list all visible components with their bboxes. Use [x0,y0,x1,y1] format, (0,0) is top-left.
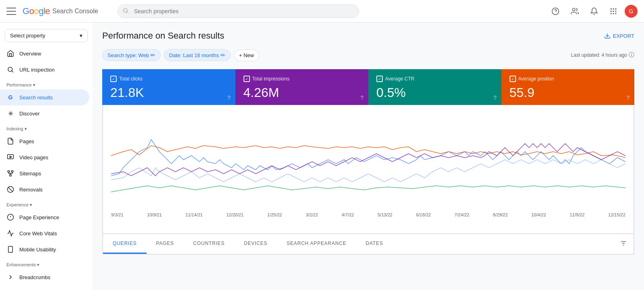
metric-help-icon[interactable]: ? [227,95,231,101]
svg-point-5 [611,8,612,9]
home-icon [6,49,14,58]
metric-card-total-impressions[interactable]: Total impressions 4.26M ? [235,69,369,105]
sidebar-item-core-web-vitals[interactable]: Core Web Vitals [0,225,89,241]
svg-point-7 [615,8,616,9]
sidebar-item-video-pages[interactable]: Video pages [0,149,89,165]
property-selector[interactable]: Select property ▾ [5,29,88,42]
metric-help-icon[interactable]: ? [626,95,630,101]
chevron-down-icon: ▾ [80,33,83,39]
x-axis-labels: 9/3/21 10/9/21 11/14/21 12/20/21 1/25/22… [111,211,625,217]
main-content: Performance on Search results EXPORT Sea… [93,23,644,290]
top-header: Google Search Console [0,0,644,23]
metric-label: Total impressions [244,76,361,82]
metric-label: Average position [510,76,627,82]
pages-icon [6,137,14,145]
svg-point-0 [124,8,127,12]
sidebar-item-breadcrumbs[interactable]: Breadcrumbs [0,269,89,285]
sidebar-item-label: Overview [19,51,41,57]
svg-rect-20 [10,175,12,176]
performance-chart: i [111,111,625,208]
export-button[interactable]: EXPORT [604,33,634,39]
sidebar-item-label: Sitemaps [19,171,41,177]
filter-bar: Search type: Web ✏ Date: Last 16 months … [102,49,634,61]
metric-help-icon[interactable]: ? [493,95,497,101]
search-input[interactable] [118,4,359,18]
accounts-icon[interactable] [567,3,583,19]
sidebar-item-pages[interactable]: Pages [0,133,89,149]
avatar[interactable]: G [625,5,638,18]
svg-point-12 [613,13,614,14]
sidebar-item-label: Pages [19,138,34,144]
metric-value: 0.5% [376,85,493,100]
enhancements-section-label: Enhancements ▾ [0,257,93,269]
tab-devices[interactable]: DEVICES [234,234,277,254]
edit-icon: ✏ [151,52,155,58]
metric-checkbox [110,76,117,82]
svg-rect-18 [8,171,10,172]
tab-pages[interactable]: PAGES [147,234,184,254]
sidebar-item-label: Core Web Vitals [19,230,57,237]
sitemaps-icon [6,169,14,177]
svg-point-14 [8,67,12,72]
sidebar-item-overview[interactable]: Overview [0,45,89,62]
metric-card-average-position[interactable]: Average position 55.9 ? [502,69,635,105]
chart-wrapper: i 9/3/21 10/9/21 11/14/21 12/20/21 1/25/… [102,105,634,255]
svg-point-13 [615,13,616,14]
sidebar-item-label: Video pages [19,154,48,160]
menu-icon[interactable] [6,6,16,16]
page-title: Performance on Search results [102,31,224,41]
notifications-icon[interactable] [586,3,602,19]
sidebar-item-removals[interactable]: Removals [0,181,89,197]
sidebar-item-search-results[interactable]: G Search results [0,89,89,105]
chart-container[interactable]: i 9/3/21 10/9/21 11/14/21 12/20/21 1/25/… [103,105,634,234]
tabs-container: QUERIES PAGES COUNTRIES DEVICES SEARCH A… [103,234,634,254]
sidebar-item-mobile-usability[interactable]: Mobile Usability [0,241,89,257]
metric-card-total-clicks[interactable]: Total clicks 21.8K ? [102,69,235,105]
removals-icon [6,185,14,193]
last-updated: Last updated: 4 hours ago ⓘ [571,51,634,59]
sidebar-item-url-inspection[interactable]: URL inspection [0,62,89,78]
sidebar: Select property ▾ Overview URL inspectio… [0,23,93,290]
search-bar [118,4,359,18]
metric-help-icon[interactable]: ? [360,95,363,101]
metric-label: Average CTR [376,76,493,82]
new-filter-button[interactable]: + New [234,49,259,61]
download-icon [604,33,611,39]
sidebar-item-discover[interactable]: ✳ Discover [0,105,89,121]
svg-point-10 [615,10,616,12]
breadcrumbs-icon [6,273,14,281]
svg-point-11 [611,13,612,14]
metric-checkbox [510,76,516,82]
tab-countries[interactable]: COUNTRIES [184,234,234,254]
tab-queries[interactable]: QUERIES [103,234,147,254]
svg-line-1 [127,12,128,13]
performance-section-label: Performance ▾ [0,78,93,89]
metric-value: 21.8K [110,85,227,100]
search-type-filter[interactable]: Search type: Web ✏ [102,49,161,61]
sidebar-item-page-experience[interactable]: Page Experience [0,209,89,225]
svg-point-9 [613,10,614,12]
page-experience-icon [6,213,14,221]
edit-icon: ✏ [221,52,225,58]
experience-section-label: Experience ▾ [0,197,93,209]
date-filter[interactable]: Date: Last 16 months ✏ [164,49,231,61]
metric-label: Total clicks [110,76,227,82]
help-icon[interactable] [547,3,564,19]
metric-value: 55.9 [510,85,627,100]
svg-point-8 [611,10,612,12]
filter-icon[interactable] [613,235,634,253]
sidebar-item-label: Page Experience [19,214,59,220]
sidebar-item-label: Mobile Usability [19,247,56,253]
sidebar-item-label: Breadcrumbs [19,274,50,280]
metric-cards: Total clicks 21.8K ? Total impressions 4… [102,69,634,105]
mobile-icon [6,245,14,253]
svg-line-15 [12,71,13,72]
metric-card-average-ctr[interactable]: Average CTR 0.5% ? [368,69,502,105]
sidebar-item-sitemaps[interactable]: Sitemaps [0,165,89,181]
page-header: Performance on Search results EXPORT [102,31,634,41]
layout: Select property ▾ Overview URL inspectio… [0,23,644,290]
apps-icon[interactable] [605,3,621,19]
tab-dates[interactable]: DATES [356,234,393,254]
tab-search-appearance[interactable]: SEARCH APPEARANCE [277,234,356,254]
video-icon [6,153,14,161]
